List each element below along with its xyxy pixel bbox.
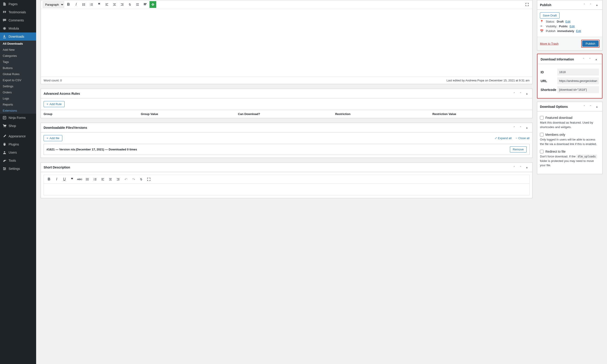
sidebar-sub-global-rules[interactable]: Global Rules — [0, 71, 36, 77]
sidebar-item-downloads[interactable]: Downloads — [0, 32, 36, 41]
members-only-option[interactable]: Members only — [540, 133, 600, 136]
sidebar-item-users[interactable]: Users — [0, 148, 36, 156]
id-field[interactable] — [557, 69, 599, 76]
close-all-link[interactable]: −Close all — [516, 136, 530, 140]
sidebar-sub-export-csv[interactable]: Export to CSV — [0, 77, 36, 83]
toggle-icon[interactable]: ▴ — [524, 125, 530, 130]
redo-button[interactable]: ↷ — [130, 176, 137, 183]
edit-visibility-link[interactable]: Edit — [569, 25, 575, 28]
edit-publish-date-link[interactable]: Edit — [576, 29, 581, 33]
publish-button[interactable]: Publish — [582, 41, 599, 47]
edit-status-link[interactable]: Edit — [566, 20, 570, 23]
blockquote-button[interactable]: ❝ — [96, 1, 103, 8]
align-center-button[interactable] — [107, 176, 114, 183]
save-draft-button[interactable]: Save Draft — [540, 13, 560, 18]
svg-rect-16 — [144, 3, 145, 4]
toggle-icon[interactable]: ▴ — [524, 91, 530, 96]
sidebar-sub-reports[interactable]: Reports — [0, 102, 36, 108]
sidebar-item-testimonials[interactable]: Testimonials — [0, 8, 36, 16]
move-to-trash-link[interactable]: Move to Trash — [540, 42, 558, 45]
fullscreen-button[interactable] — [145, 176, 152, 183]
toggle-icon[interactable]: ▴ — [594, 2, 600, 8]
readmore-button[interactable] — [134, 1, 141, 8]
sidebar-item-label: Plugins — [9, 143, 19, 146]
numbered-list-button[interactable]: 123 — [88, 1, 95, 8]
box-title: Download Options — [540, 105, 568, 108]
fullscreen-button[interactable] — [524, 1, 530, 8]
italic-button[interactable]: I — [73, 1, 80, 8]
sidebar-item-pages[interactable]: Pages — [0, 0, 36, 8]
move-up-icon[interactable]: ˄ — [511, 125, 517, 130]
sidebar-sub-tags[interactable]: Tags — [0, 59, 36, 65]
sidebar-sub-settings[interactable]: Settings — [0, 83, 36, 89]
redirect-option[interactable]: Redirect to file — [540, 150, 600, 153]
sidebar-item-settings[interactable]: Settings — [0, 165, 36, 173]
italic-button[interactable]: I — [53, 176, 60, 183]
editor-content-area[interactable] — [41, 9, 532, 77]
move-up-icon[interactable]: ˄ — [581, 104, 587, 109]
sidebar-item-ninja-forms[interactable]: Ninja Forms — [0, 114, 36, 122]
short-desc-content[interactable] — [44, 184, 529, 195]
file-version-row[interactable]: #1621 — Version n/a (December 17, 2021) … — [43, 144, 530, 155]
move-up-icon[interactable]: ˄ — [511, 91, 517, 96]
bold-button[interactable]: B — [46, 176, 52, 183]
insert-download-button[interactable] — [150, 1, 156, 8]
link-button[interactable] — [138, 176, 145, 183]
sidebar-item-tools[interactable]: Tools — [0, 156, 36, 165]
align-right-button[interactable] — [119, 1, 125, 8]
toolbar-toggle-button[interactable] — [142, 1, 149, 8]
format-select[interactable]: Paragraph — [43, 1, 64, 8]
move-down-icon[interactable]: ˅ — [588, 2, 593, 8]
move-up-icon[interactable]: ˄ — [581, 57, 586, 62]
short-desc-toolbar: B I U ❝ ABC 123 ↶ ↷ — [44, 175, 529, 184]
members-checkbox[interactable] — [540, 133, 544, 136]
toggle-icon[interactable]: ▴ — [593, 57, 599, 62]
move-up-icon[interactable]: ˄ — [511, 165, 517, 170]
sidebar-item-shop[interactable]: Shop — [0, 122, 36, 130]
numbered-list-button[interactable]: 123 — [92, 176, 98, 183]
move-down-icon[interactable]: ˅ — [588, 104, 593, 109]
align-right-button[interactable] — [115, 176, 122, 183]
strikethrough-button[interactable]: ABC — [76, 176, 83, 183]
align-left-button[interactable] — [99, 176, 106, 183]
link-button[interactable] — [126, 1, 133, 8]
remove-file-button[interactable]: Remove — [510, 146, 527, 153]
move-down-icon[interactable]: ˅ — [518, 91, 523, 96]
sidebar-item-label: Ninja Forms — [9, 116, 26, 119]
sidebar-sub-categories[interactable]: Categories — [0, 53, 36, 59]
undo-button[interactable]: ↶ — [122, 176, 129, 183]
redirect-checkbox[interactable] — [540, 150, 544, 153]
toggle-icon[interactable]: ▴ — [524, 165, 530, 170]
sidebar-sub-logs[interactable]: Logs — [0, 95, 36, 102]
add-rule-button[interactable]: +Add Rule — [43, 101, 65, 107]
align-center-button[interactable] — [111, 1, 118, 8]
featured-checkbox[interactable] — [540, 116, 544, 119]
bold-button[interactable]: B — [65, 1, 72, 8]
sidebar-sub-all-downloads[interactable]: All Downloads — [0, 41, 36, 47]
move-down-icon[interactable]: ˅ — [518, 125, 523, 130]
url-field[interactable] — [557, 77, 599, 84]
expand-all-link[interactable]: ⤢Expand all — [495, 136, 512, 140]
bullet-list-button[interactable] — [80, 1, 87, 8]
sidebar-item-modula[interactable]: Modula — [0, 24, 36, 32]
underline-button[interactable]: U — [61, 176, 68, 183]
sidebar-sub-buttons[interactable]: Buttons — [0, 65, 36, 71]
comment-icon — [2, 18, 7, 23]
sidebar-item-plugins[interactable]: Plugins — [0, 140, 36, 148]
sidebar-item-comments[interactable]: Comments — [0, 16, 36, 24]
sidebar-item-appearance[interactable]: Appearance — [0, 132, 36, 140]
move-down-icon[interactable]: ˅ — [518, 165, 523, 170]
blockquote-button[interactable]: ❝ — [69, 176, 75, 183]
add-file-button[interactable]: +Add file — [43, 135, 62, 141]
shortcode-field[interactable] — [557, 86, 599, 93]
sidebar-sub-extensions[interactable]: Extensions — [0, 108, 36, 114]
bullet-list-button[interactable] — [84, 176, 91, 183]
sidebar-sub-add-new[interactable]: Add New — [0, 47, 36, 53]
sidebar-sub-orders[interactable]: Orders — [0, 89, 36, 95]
move-down-icon[interactable]: ˅ — [587, 57, 593, 62]
move-up-icon[interactable]: ˄ — [581, 2, 587, 8]
featured-download-option[interactable]: Featured download — [540, 116, 600, 119]
align-left-button[interactable] — [103, 1, 110, 8]
toggle-icon[interactable]: ▴ — [594, 104, 600, 109]
download-options-box: Download Options ˄ ˅ ▴ Featured download… — [537, 102, 603, 174]
